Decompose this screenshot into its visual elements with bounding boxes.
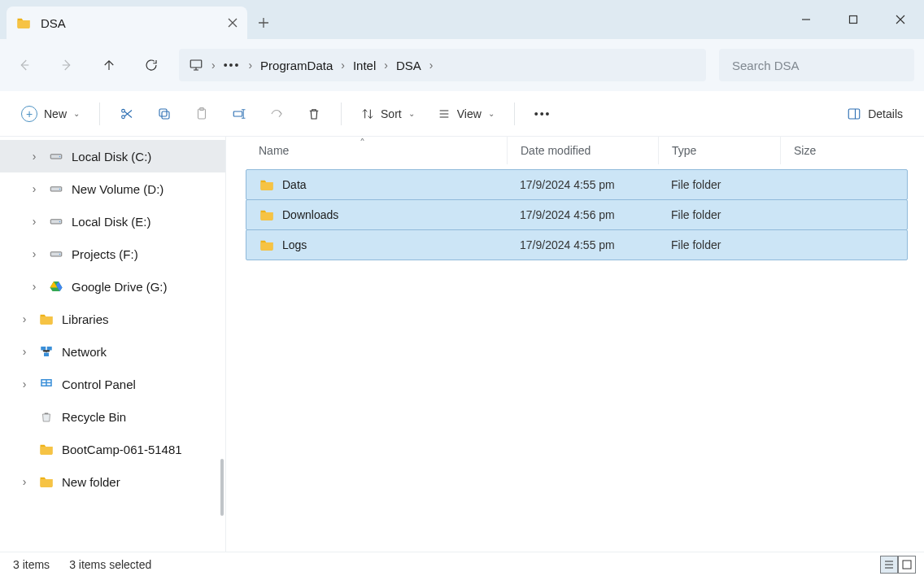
drive-icon [49,247,63,261]
new-tab-button[interactable] [247,7,280,39]
trash-icon [307,107,321,121]
rename-icon [232,107,246,121]
tree-item[interactable]: ›Local Disk (E:) [0,205,225,238]
sort-label: Sort [381,107,402,120]
chevron-right-icon[interactable]: › [28,150,41,163]
clipboard-icon [194,107,209,121]
thumbnails-view-icon[interactable] [898,556,916,574]
copy-button[interactable] [149,99,180,129]
details-pane-button[interactable]: Details [839,99,911,129]
file-row[interactable]: Downloads17/9/2024 4:56 pmFile folder [246,199,908,230]
tab-dsa[interactable]: DSA [7,7,247,39]
folder-icon [39,474,54,489]
svg-point-17 [59,254,61,255]
chevron-right-icon[interactable]: › [28,280,41,293]
file-name: Downloads [282,208,338,221]
drive-icon [49,149,63,164]
tree-item[interactable]: ›Control Panel [0,368,225,400]
tree-item[interactable]: ›New Volume (D:) [0,172,225,205]
tree-item[interactable]: ›New folder [0,465,225,498]
forward-button[interactable] [52,50,81,80]
network-icon [39,344,54,359]
back-button[interactable] [10,50,39,80]
tree-item[interactable]: ›Network [0,335,225,368]
refresh-button[interactable] [137,50,166,80]
delete-button[interactable] [299,99,329,129]
tree-item-label: Local Disk (C:) [72,150,151,164]
paste-button[interactable] [186,99,217,129]
column-size[interactable]: Size [781,137,908,164]
chevron-right-icon[interactable]: › [28,247,41,260]
search-placeholder: Search DSA [732,59,800,72]
chevron-right-icon[interactable]: › [384,59,388,72]
svg-rect-25 [47,383,51,385]
column-type[interactable]: Type [659,137,781,164]
svg-rect-18 [41,347,46,351]
close-tab-icon[interactable] [228,18,238,28]
rename-button[interactable] [224,99,255,129]
svg-rect-8 [233,111,242,116]
tree-item-label: Projects (F:) [72,247,138,261]
chevron-right-icon[interactable]: › [341,59,345,72]
separator [99,103,100,125]
chevron-right-icon[interactable]: › [18,475,31,488]
view-label: View [457,107,482,120]
breadcrumb-segment[interactable]: Intel [353,59,376,72]
ellipsis-icon[interactable]: ••• [224,59,241,72]
up-button[interactable] [94,50,124,80]
chevron-right-icon[interactable]: › [18,377,31,391]
sort-button[interactable]: Sort ⌄ [353,99,423,129]
file-row[interactable]: Data17/9/2024 4:55 pmFile folder [246,169,908,200]
chevron-right-icon[interactable]: › [211,59,216,72]
file-name: Logs [282,238,307,251]
chevron-right-icon[interactable]: › [248,59,252,72]
close-window-button[interactable] [877,0,924,39]
tree-item-label: New Volume (D:) [72,182,163,196]
minimize-button[interactable] [782,0,830,39]
ellipsis-icon: ••• [534,107,551,120]
more-button[interactable]: ••• [526,99,560,129]
folder-icon [16,15,31,30]
svg-rect-9 [848,109,860,119]
chevron-right-icon[interactable]: › [429,59,434,72]
chevron-down-icon: ⌄ [408,109,415,118]
new-button[interactable]: + New ⌄ [13,99,88,129]
view-button[interactable]: View ⌄ [429,99,503,129]
title-tab-bar: DSA [0,0,924,39]
chevron-right-icon[interactable]: › [18,312,31,325]
chevron-right-icon[interactable]: › [18,345,31,358]
tree-item[interactable]: ›Local Disk (C:) [0,140,225,172]
maximize-button[interactable] [830,0,877,39]
column-date[interactable]: Date modified [508,137,659,164]
tree-item[interactable]: ›Google Drive (G:) [0,270,225,303]
svg-rect-21 [41,379,52,386]
file-row[interactable]: Logs17/9/2024 4:55 pmFile folder [246,229,908,260]
search-input[interactable]: Search DSA [719,49,914,81]
tree-item[interactable]: ›Libraries [0,303,225,335]
breadcrumb-segment[interactable]: DSA [396,59,421,72]
cpanel-icon [39,377,54,391]
list-icon [438,107,451,120]
chevron-right-icon[interactable]: › [28,215,41,228]
share-icon [269,107,284,121]
chevron-right-icon[interactable]: › [28,182,41,195]
details-view-icon[interactable] [880,556,898,574]
tree-item-label: Network [62,345,107,359]
tree-item[interactable]: Recycle Bin [0,400,225,433]
scissors-icon [120,107,134,121]
sort-icon [361,107,374,120]
tree-item[interactable]: BootCamp-061-51481 [0,433,225,465]
address-bar[interactable]: › ••• › ProgramData › Intel › DSA › [179,49,706,81]
share-button[interactable] [261,99,292,129]
tree-item-label: Local Disk (E:) [72,215,151,229]
file-date: 17/9/2024 4:55 pm [507,238,658,251]
breadcrumb-segment[interactable]: ProgramData [260,59,333,72]
scrollbar-thumb[interactable] [220,459,224,516]
svg-rect-24 [42,383,46,385]
column-name[interactable]: Name ˄ [246,137,508,164]
cut-button[interactable] [111,99,142,129]
tree-item[interactable]: ›Projects (F:) [0,238,225,270]
details-pane-icon [847,107,861,121]
navigation-row: › ••• › ProgramData › Intel › DSA › Sear… [0,39,924,91]
svg-rect-26 [903,561,911,569]
